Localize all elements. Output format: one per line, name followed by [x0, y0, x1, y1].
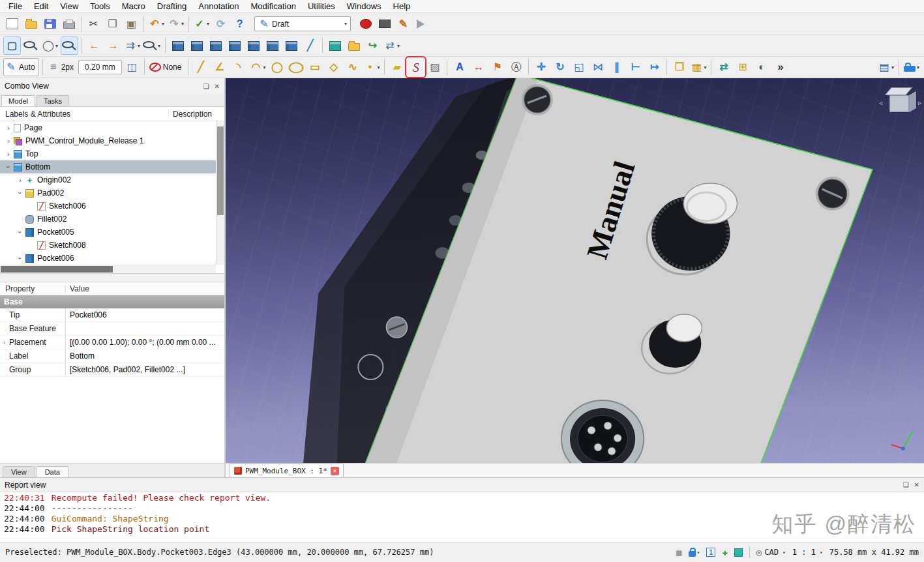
line-width-button[interactable]: ≡2px	[46, 58, 77, 76]
macro-stop-button[interactable]	[376, 15, 393, 33]
dimension-button[interactable]: ↔	[469, 58, 487, 76]
linked-view-button[interactable]: ⇉▾	[123, 37, 142, 55]
workbench-selector[interactable]: ✎Draft▾	[254, 16, 351, 31]
navcube-rotate-right-icon[interactable]: ▹	[918, 99, 921, 106]
scale-selector[interactable]: 1 : 1▾	[792, 548, 823, 557]
document-close-button[interactable]: ✕	[331, 467, 339, 475]
expander-open-icon[interactable]: ›	[5, 162, 12, 171]
view-right-button[interactable]	[226, 37, 243, 55]
toggle-display-button[interactable]: ◐	[753, 58, 770, 76]
redo-button[interactable]: ↷▾	[167, 15, 185, 33]
menu-file[interactable]: File	[3, 0, 28, 12]
property-value[interactable]: [Sketch006, Pad002, Fillet002 ...]	[65, 363, 224, 376]
menu-edit[interactable]: Edit	[28, 0, 54, 12]
property-row-base-feature[interactable]: Base Feature	[0, 322, 224, 336]
tree-item-top[interactable]: ›Top	[0, 147, 224, 160]
property-value[interactable]: Pocket006	[65, 308, 224, 321]
tab-model[interactable]: Model	[1, 95, 35, 106]
document-tab[interactable]: PWM_Module_BOX : 1* ✕	[230, 464, 344, 477]
expander-closed-icon[interactable]: ›	[4, 137, 13, 145]
menu-windows[interactable]: Windows	[341, 0, 387, 12]
draft-point-button[interactable]: •▾	[363, 58, 381, 76]
menu-modification[interactable]: Modification	[245, 0, 302, 12]
snap-lock-button[interactable]: ▾	[689, 548, 700, 557]
make-link-button[interactable]: ↪	[364, 37, 381, 55]
expander-open-icon[interactable]: ›	[16, 228, 24, 237]
close-report-icon[interactable]: ✕	[914, 481, 919, 488]
draft-polygon-button[interactable]: ◇	[325, 58, 342, 76]
add-to-group-button[interactable]: ⊞	[734, 58, 751, 76]
view-axonometric-button[interactable]	[169, 37, 186, 55]
menu-tools[interactable]: Tools	[84, 0, 115, 12]
draft-arc-button[interactable]: ◠▾	[248, 58, 267, 76]
menu-macro[interactable]: Macro	[116, 0, 151, 12]
clone-button[interactable]: ❐	[670, 58, 688, 76]
property-value[interactable]: [(0.00 0.00 1.00); 0.00 °; (0.00 mm 0.00…	[65, 336, 224, 349]
navcube-rotate-left-icon[interactable]: ◃	[879, 99, 882, 106]
layers-button[interactable]: ▤▾	[877, 58, 895, 76]
scrollbar-thumb[interactable]	[1, 266, 113, 273]
cut-button[interactable]: ✂	[85, 15, 102, 33]
menu-annotation[interactable]: Annotation	[192, 0, 245, 12]
scrollbar-thumb[interactable]	[217, 126, 224, 215]
expander-closed-icon[interactable]: ›	[16, 176, 25, 184]
property-row-label[interactable]: LabelBottom	[0, 349, 224, 363]
draft-circle-button[interactable]: ◯	[268, 58, 286, 76]
draft-fillet-button[interactable]: ◝	[230, 58, 247, 76]
macro-play-button[interactable]	[413, 15, 431, 33]
navigation-style-selector[interactable]: ◎ CAD▾	[756, 547, 786, 557]
close-panel-icon[interactable]: ✕	[215, 83, 220, 90]
annotation-style-button[interactable]: Ⓐ	[507, 58, 525, 76]
draft-rectangle-button[interactable]: ▭	[306, 58, 323, 76]
zoom-tools-button[interactable]: ▾	[143, 37, 162, 55]
rotate-button[interactable]: ↻	[551, 58, 569, 76]
working-plane-button[interactable]: ✎Auto	[3, 58, 39, 76]
nav-back-button[interactable]: ←	[85, 37, 103, 55]
paste-button[interactable]: ▣	[123, 15, 140, 33]
view-top-button[interactable]	[207, 37, 224, 55]
expander-open-icon[interactable]: ›	[16, 188, 24, 198]
overflow-button[interactable]: »	[771, 58, 789, 76]
snap-dimension-icon[interactable]: 1	[706, 548, 715, 557]
tree-item-page[interactable]: ›Page	[0, 121, 224, 134]
expander-open-icon[interactable]: ›	[16, 254, 24, 263]
tab-data[interactable]: Data	[37, 466, 68, 477]
undo-button[interactable]: ↶▾	[147, 15, 166, 33]
facebinder-button[interactable]: ▰	[388, 58, 406, 76]
tree-horizontal-scrollbar[interactable]	[0, 265, 216, 273]
draft-to-sketch-button[interactable]: ⇄	[715, 58, 732, 76]
tree-vertical-scrollbar[interactable]	[216, 121, 224, 265]
select-button[interactable]: ▢	[3, 37, 21, 55]
property-row-group[interactable]: Group[Sketch006, Pad002, Fillet002 ...]	[0, 363, 224, 377]
mirror-button[interactable]: ⋈	[589, 58, 606, 76]
report-view-titlebar[interactable]: Report view ❏ ✕	[0, 478, 924, 492]
scale-button[interactable]: ◱	[570, 58, 588, 76]
open-document-button[interactable]	[22, 15, 40, 33]
float-panel-icon[interactable]: ❏	[203, 83, 209, 90]
line-size-button[interactable]: 0.20 mm	[78, 60, 122, 74]
menu-view[interactable]: View	[54, 0, 84, 12]
measure-button[interactable]: ╱	[301, 37, 319, 55]
nav-forward-button[interactable]: →	[104, 37, 122, 55]
property-row-tip[interactable]: TipPocket006	[0, 308, 224, 322]
view-front-button[interactable]	[188, 37, 205, 55]
macro-record-button[interactable]	[357, 15, 374, 33]
menu-drafting[interactable]: Drafting	[151, 0, 193, 12]
menu-help[interactable]: Help	[387, 0, 417, 12]
refresh-button[interactable]: ⟳	[212, 15, 230, 33]
navigation-cube[interactable]: ◃ ▹	[881, 85, 919, 123]
tree-item-pocket005[interactable]: ›Pocket005	[0, 226, 224, 239]
new-document-button[interactable]	[3, 15, 21, 33]
zoom-button[interactable]	[22, 37, 40, 55]
offset-button[interactable]: ∥	[608, 58, 625, 76]
tree-item-sketch008[interactable]: ╱Sketch008	[0, 239, 224, 252]
tree-item-fillet002[interactable]: Fillet002	[0, 213, 224, 226]
snap-lock-button[interactable]: ▾	[902, 58, 921, 76]
trimex-button[interactable]: ⊢	[627, 58, 644, 76]
property-value[interactable]	[65, 322, 224, 335]
construction-mode-button[interactable]: ◫	[123, 58, 141, 76]
expander-closed-icon[interactable]: ›	[4, 150, 13, 158]
draft-ellipse-button[interactable]: ◯	[287, 58, 305, 76]
navcube-side-face[interactable]	[909, 91, 916, 112]
view-bottom-button[interactable]	[263, 37, 281, 55]
